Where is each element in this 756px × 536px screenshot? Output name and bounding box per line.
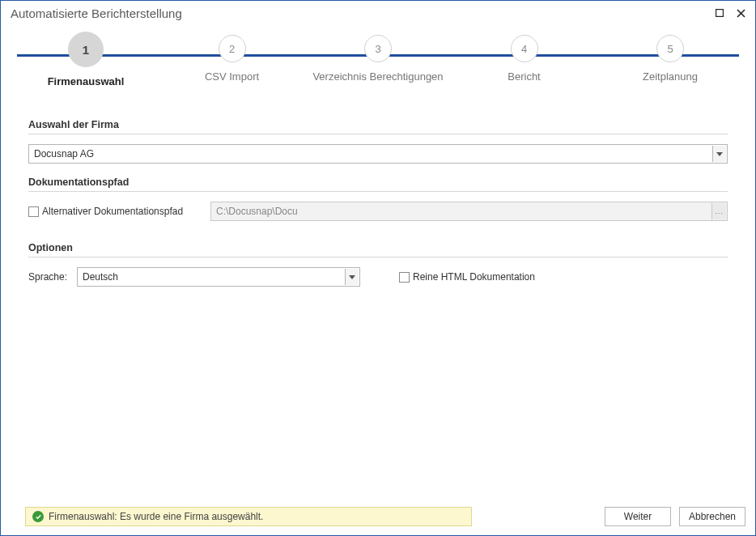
step-label: Bericht — [508, 70, 540, 83]
svg-rect-0 — [716, 10, 724, 17]
dropdown-arrow-icon — [712, 146, 726, 162]
status-bar: Firmenauswahl: Es wurde eine Firma ausge… — [25, 507, 472, 526]
cancel-button[interactable]: Abbrechen — [679, 507, 745, 526]
title-bar: Automatisierte Berichterstellung — [1, 1, 755, 25]
step-label: Firmenauswahl — [48, 75, 125, 88]
dropdown-arrow-icon — [345, 269, 359, 285]
window-title: Automatisierte Berichterstellung — [11, 6, 707, 20]
section-header-firma: Auswahl der Firma — [28, 111, 728, 134]
ellipsis-icon: ... — [715, 207, 724, 215]
step-circle: 3 — [364, 35, 392, 62]
step-label: Verzeichnis Berechtigungen — [312, 70, 443, 83]
step-label: CSV Import — [205, 70, 259, 83]
html-only-checkbox[interactable]: Reine HTML Dokumentation — [399, 271, 535, 283]
doc-path-value: C:\Docusnap\Docu — [216, 206, 298, 217]
html-only-label: Reine HTML Dokumentation — [413, 271, 535, 283]
company-select[interactable]: Docusnap AG — [28, 144, 728, 164]
doc-path-input: C:\Docusnap\Docu ... — [210, 202, 728, 221]
next-button[interactable]: Weiter — [605, 507, 671, 526]
company-select-value: Docusnap AG — [34, 148, 94, 160]
alt-path-label: Alternativer Dokumentationspfad — [42, 206, 183, 217]
step-label: Zeitplanung — [643, 70, 698, 83]
step-circle: 4 — [511, 35, 538, 62]
status-message: Firmenauswahl: Es wurde eine Firma ausge… — [49, 511, 263, 522]
wizard-page: Auswahl der Firma Docusnap AG Dokumentat… — [1, 106, 755, 504]
section-header-optionen: Optionen — [28, 234, 728, 257]
alt-path-checkbox[interactable]: Alternativer Dokumentationspfad — [28, 206, 202, 217]
next-button-label: Weiter — [624, 511, 652, 522]
step-circle: 1 — [68, 32, 104, 67]
wizard-stepper: 1 Firmenauswahl 2 CSV Import 3 Verzeichn… — [1, 25, 755, 106]
close-button[interactable] — [733, 5, 749, 21]
check-circle-icon — [32, 511, 44, 522]
section-header-pfad: Dokumentationspfad — [28, 168, 728, 192]
step-zeitplanung[interactable]: 5 Zeitplanung — [601, 32, 739, 83]
dialog-footer: Firmenauswahl: Es wurde eine Firma ausge… — [1, 504, 755, 535]
language-select[interactable]: Deutsch — [77, 267, 360, 287]
maximize-button[interactable] — [711, 5, 728, 21]
browse-button[interactable]: ... — [711, 203, 726, 219]
step-circle: 5 — [656, 35, 684, 62]
svg-marker-4 — [349, 275, 355, 279]
step-circle: 2 — [219, 35, 246, 62]
cancel-button-label: Abbrechen — [689, 511, 736, 522]
step-verzeichnis-berechtigungen[interactable]: 3 Verzeichnis Berechtigungen — [309, 32, 447, 83]
step-bericht[interactable]: 4 Bericht — [456, 32, 593, 83]
checkbox-box — [28, 206, 39, 217]
step-firmenauswahl[interactable]: 1 Firmenauswahl — [17, 32, 155, 88]
checkbox-box — [399, 272, 410, 283]
language-select-value: Deutsch — [83, 271, 118, 283]
step-csv-import[interactable]: 2 CSV Import — [164, 32, 301, 83]
language-label: Sprache: — [28, 271, 69, 283]
svg-marker-3 — [716, 152, 723, 156]
dialog-window: Automatisierte Berichterstellung 1 Firme… — [0, 0, 756, 536]
